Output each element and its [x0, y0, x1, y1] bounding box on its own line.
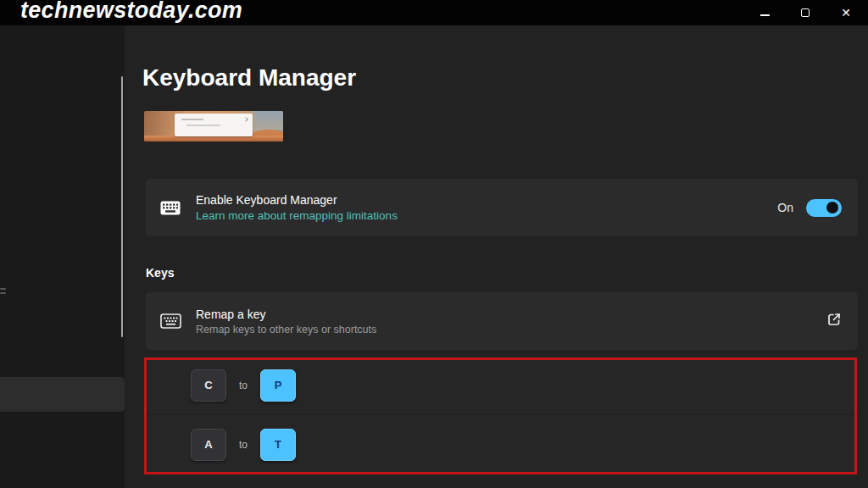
- watermark-text: technewstoday.com: [20, 0, 242, 24]
- open-remap-editor-button[interactable]: [825, 312, 843, 330]
- remap-row[interactable]: A to T: [146, 415, 858, 474]
- enable-card-title: Enable Keyboard Manager: [196, 193, 398, 207]
- source-keycap: C: [191, 369, 226, 402]
- remap-card-subtitle: Remap keys to other keys or shortcuts: [196, 324, 376, 336]
- target-keycap: P: [260, 369, 296, 402]
- banner-dialog: [175, 114, 253, 136]
- sidebar: [0, 25, 125, 488]
- content-pane: Keyboard Manager: [125, 25, 868, 488]
- sidebar-item-keyboard-manager[interactable]: [0, 377, 125, 412]
- maximize-icon: [801, 8, 810, 17]
- remap-connector-label: to: [239, 439, 248, 451]
- remap-row[interactable]: C to P: [146, 357, 858, 413]
- source-keycap: A: [191, 429, 226, 461]
- enable-keyboard-manager-card: Enable Keyboard Manager Learn more about…: [146, 179, 858, 236]
- remap-a-key-card[interactable]: Remap a key Remap keys to other keys or …: [146, 292, 858, 350]
- remap-list: C to P A to T: [146, 357, 858, 474]
- keys-section-header: Keys: [146, 266, 174, 280]
- remap-card-text: Remap a key Remap keys to other keys or …: [196, 308, 376, 336]
- close-button[interactable]: ✕: [826, 0, 866, 25]
- target-keycap: T: [260, 429, 296, 461]
- toggle-group: On: [777, 179, 842, 236]
- minimize-button[interactable]: [744, 0, 785, 25]
- titlebar: technewstoday.com ✕: [0, 0, 868, 25]
- scrollbar-thumb[interactable]: [121, 76, 123, 337]
- window-controls: ✕: [744, 0, 866, 25]
- banner-sky: [254, 111, 283, 130]
- minimize-icon: [760, 14, 770, 16]
- sidebar-partial-icon: [0, 286, 6, 298]
- maximize-button[interactable]: [785, 0, 826, 25]
- keyboard-outline-icon: [159, 313, 181, 329]
- enable-card-text: Enable Keyboard Manager Learn more about…: [196, 193, 398, 222]
- enable-keyboard-manager-toggle[interactable]: [806, 199, 842, 217]
- remap-connector-label: to: [239, 380, 248, 391]
- toggle-state-label: On: [777, 201, 793, 214]
- keyboard-manager-banner-image: [144, 111, 283, 141]
- remap-card-title: Remap a key: [196, 308, 376, 321]
- open-in-new-icon: [826, 311, 843, 331]
- keyboard-filled-icon: [159, 201, 181, 215]
- app-window: technewstoday.com ✕ Keyboard Manager: [0, 0, 868, 488]
- app-body: Keyboard Manager: [0, 25, 868, 488]
- banner-foreground: [144, 136, 283, 141]
- remapping-limitations-link[interactable]: Learn more about remapping limitations: [196, 209, 398, 222]
- close-icon: ✕: [841, 7, 851, 19]
- toggle-knob: [826, 202, 838, 214]
- page-title: Keyboard Manager: [142, 64, 356, 92]
